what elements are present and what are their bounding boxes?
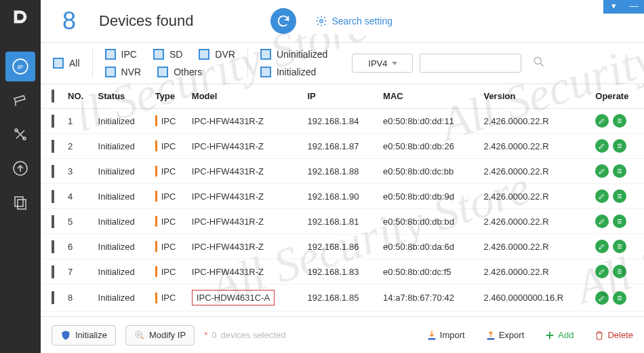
pencil-icon	[598, 242, 606, 250]
cell-model: IPC-HFW4431R-Z	[188, 109, 304, 134]
table-row[interactable]: 1InitializedIPCIPC-HFW4431R-Z192.168.1.8…	[41, 109, 644, 134]
col-status: Status	[94, 84, 151, 109]
export-icon	[485, 330, 496, 341]
row-check[interactable]	[52, 291, 54, 304]
edit-button[interactable]	[595, 240, 609, 253]
filter-sd-check[interactable]	[153, 49, 164, 60]
cell-no: 2	[64, 134, 94, 159]
table-row[interactable]: 8InitializedIPCIPC-HDW4631C-A192.168.1.8…	[41, 284, 644, 312]
modify-ip-button[interactable]: IP Modify IP	[125, 325, 195, 346]
plus-icon	[544, 330, 555, 341]
edit-button[interactable]	[595, 265, 609, 278]
cell-mac: e0:50:8b:d0:db:26	[379, 134, 479, 159]
cell-mac: e0:50:8b:d0:db:9d	[379, 184, 479, 209]
search-button[interactable]	[532, 55, 546, 71]
nav-tools[interactable]	[5, 119, 35, 149]
cell-no: 4	[64, 184, 94, 209]
filter-ipc-check[interactable]	[105, 49, 116, 60]
detail-button[interactable]	[613, 189, 626, 203]
refresh-button[interactable]	[270, 8, 296, 34]
cell-model: IPC-HFW4431R-Z	[188, 134, 304, 159]
device-count: 8	[62, 7, 76, 35]
detail-button[interactable]	[613, 240, 626, 253]
filter-init-check[interactable]	[260, 67, 271, 77]
detail-button[interactable]	[613, 139, 626, 153]
filter-uninit-check[interactable]	[260, 49, 271, 60]
edit-button[interactable]	[595, 189, 609, 203]
table-row[interactable]: 7InitializedIPCIPC-HFW4431R-Z192.168.1.8…	[41, 259, 644, 284]
shield-icon	[60, 330, 71, 341]
export-button[interactable]: Export	[485, 330, 525, 341]
cell-ip: 192.168.1.84	[303, 109, 379, 134]
filter-all-check[interactable]	[53, 58, 64, 69]
refresh-icon	[276, 14, 291, 29]
edit-button[interactable]	[595, 114, 609, 128]
footer: Initialize IP Modify IP * 0 devices sele…	[41, 316, 644, 353]
col-type: Type	[151, 84, 188, 109]
detail-button[interactable]	[613, 215, 626, 228]
cell-type: IPC	[151, 209, 188, 234]
cell-type: IPC	[151, 184, 188, 209]
filter-dvr-check[interactable]	[199, 49, 209, 60]
col-version: Version	[479, 84, 591, 109]
pencil-icon	[598, 267, 606, 276]
cell-no: 5	[64, 209, 94, 234]
select-all-check[interactable]	[52, 90, 54, 103]
detail-button[interactable]	[613, 164, 626, 178]
filter-nvr-check[interactable]	[105, 67, 116, 77]
row-check[interactable]	[52, 165, 54, 178]
ip-icon: IP	[134, 330, 145, 341]
svg-rect-6	[18, 200, 26, 209]
detail-button[interactable]	[613, 114, 626, 128]
edit-button[interactable]	[595, 139, 609, 153]
edit-button[interactable]	[595, 164, 609, 178]
row-check[interactable]	[52, 115, 54, 128]
table-row[interactable]: 2InitializedIPCIPC-HFW4431R-Z192.168.1.8…	[41, 134, 644, 159]
row-check[interactable]	[52, 215, 54, 228]
device-table: NO. Status Type Model IP MAC Version Ope…	[41, 84, 644, 312]
detail-button[interactable]	[613, 291, 626, 305]
cell-ip: 192.168.1.86	[303, 234, 379, 259]
row-check[interactable]	[52, 265, 54, 278]
ip-version-select[interactable]: IPV4	[352, 54, 413, 73]
nav-files[interactable]	[5, 187, 35, 217]
cell-ip: 192.168.1.88	[303, 159, 379, 184]
selection-info: * 0 devices selected	[204, 330, 285, 340]
filter-bar: All IPC SD DVR NVR Others Uninitialized …	[41, 42, 644, 84]
row-check[interactable]	[52, 240, 54, 253]
table-row[interactable]: 5InitializedIPCIPC-HFW4431R-Z192.168.1.8…	[41, 209, 644, 234]
svg-point-7	[320, 20, 323, 23]
import-button[interactable]: Import	[426, 330, 465, 341]
table-row[interactable]: 6InitializedIPCIPC-HFW4431R-Z192.168.1.8…	[41, 234, 644, 259]
cell-status: Initialized	[94, 159, 151, 184]
detail-button[interactable]	[613, 265, 626, 278]
initialize-button[interactable]: Initialize	[52, 325, 116, 346]
cell-status: Initialized	[94, 184, 151, 209]
list-icon	[616, 117, 624, 125]
pencil-icon	[598, 167, 606, 175]
cell-ip: 192.168.1.87	[303, 134, 379, 159]
nav-upload[interactable]	[5, 153, 35, 183]
col-ip: IP	[303, 84, 379, 109]
svg-text:IP: IP	[17, 63, 23, 71]
table-row[interactable]: 4InitializedIPCIPC-HFW4431R-Z192.168.1.9…	[41, 184, 644, 209]
edit-button[interactable]	[595, 291, 609, 305]
row-check[interactable]	[52, 140, 54, 153]
nav-ip[interactable]: IP	[5, 52, 35, 81]
trash-icon	[594, 330, 605, 341]
cell-version: 2.426.0000.22.R	[479, 159, 591, 184]
search-input[interactable]	[420, 54, 521, 73]
delete-button[interactable]: Delete	[594, 330, 633, 341]
search-setting-button[interactable]: Search setting	[315, 15, 393, 27]
cell-type: IPC	[151, 109, 188, 134]
nav-camera[interactable]	[5, 86, 35, 115]
svg-rect-5	[15, 197, 23, 206]
row-check[interactable]	[52, 190, 54, 203]
chevron-down-icon	[392, 62, 397, 65]
cell-mac: 14:a7:8b:67:70:42	[379, 284, 479, 312]
add-button[interactable]: Add	[544, 330, 573, 341]
table-row[interactable]: 3InitializedIPCIPC-HFW4431R-Z192.168.1.8…	[41, 159, 644, 184]
pencil-icon	[598, 294, 606, 302]
edit-button[interactable]	[595, 215, 609, 228]
filter-others-check[interactable]	[157, 67, 168, 77]
